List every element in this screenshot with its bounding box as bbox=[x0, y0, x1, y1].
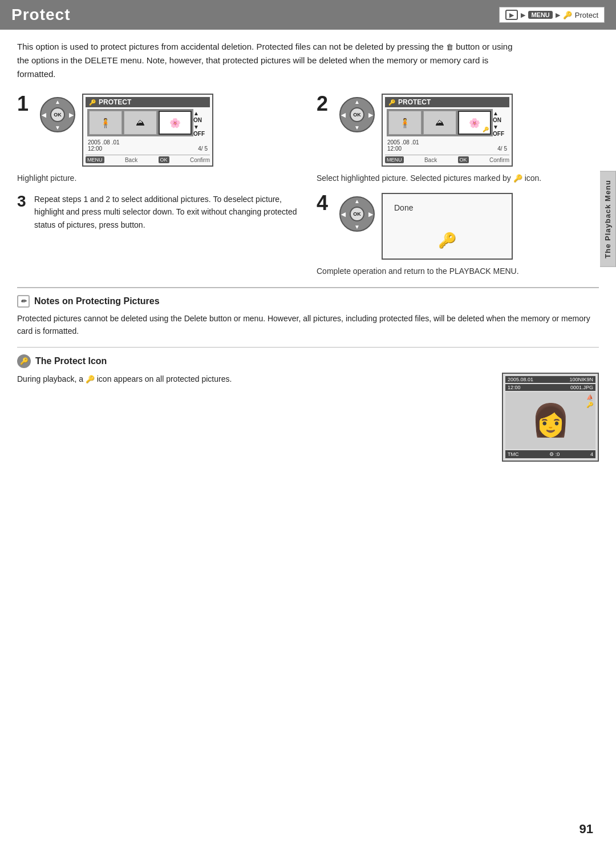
step1-info: 2005 .08 .01 12:00 4/ 5 bbox=[86, 138, 210, 153]
dpad4-left: ◀ bbox=[341, 211, 346, 217]
step1-content: ▲ ▼ ◀ ▶ OK 🔑 PROTECT bbox=[40, 94, 213, 167]
preview-second-bar: 12:00 0001.JPG bbox=[505, 384, 595, 391]
preview-icons: ⛵ 🔑 bbox=[586, 394, 593, 408]
protect-icon-header: 🔑 The Protect Icon bbox=[17, 354, 599, 368]
preview-protect-icon: 🔑 bbox=[586, 402, 593, 408]
step1-off: ▼ OFF bbox=[193, 124, 208, 138]
protect-icon-title: The Protect Icon bbox=[35, 356, 107, 366]
notes-header: ✏ Notes on Protecting Pictures bbox=[17, 295, 599, 308]
step2-info: 2005 .08 .01 12:00 4/ 5 bbox=[385, 138, 509, 153]
step1-on: ▲ ON bbox=[193, 110, 208, 124]
step3-number: 3 bbox=[17, 193, 30, 211]
step1-menu-icon: MENU bbox=[86, 156, 104, 163]
step2-screen-title: 🔑 PROTECT bbox=[385, 97, 509, 107]
header-bar: Protect ▶ ▶ MENU ▶ 🔑 Protect bbox=[0, 0, 616, 30]
dpad4-down: ▼ bbox=[354, 224, 360, 230]
sidebar-tab: The Playback Menu bbox=[600, 171, 616, 267]
dpad2: ▲ ▼ ◀ ▶ OK bbox=[339, 97, 375, 132]
thumb1-3: 🌸 bbox=[159, 111, 192, 135]
steps-grid-12: 1 ▲ ▼ ◀ ▶ OK 🔑 bbox=[17, 94, 599, 183]
step2-back: Back bbox=[424, 157, 437, 163]
step4-content: ▲ ▼ ◀ ▶ OK Done 🔑 bbox=[339, 193, 513, 260]
step4-block: 4 ▲ ▼ ◀ ▶ OK Done 🔑 bbox=[317, 193, 599, 276]
notes-title: Notes on Protecting Pictures bbox=[34, 296, 160, 306]
dpad2-ok: OK bbox=[350, 107, 364, 122]
preview-time: 12:00 bbox=[508, 385, 521, 390]
page-number: 91 bbox=[579, 822, 593, 837]
menu-label: MENU bbox=[528, 11, 552, 19]
dpad1-left: ◀ bbox=[42, 112, 46, 118]
page-title: Protect bbox=[11, 6, 70, 24]
step3-text: Repeat steps 1 and 2 to select additiona… bbox=[34, 193, 299, 231]
preview-image: 👩 ⛵ 🔑 bbox=[505, 392, 595, 449]
protect-icon-text: During playback, a 🔑 icon appears on all… bbox=[17, 373, 491, 386]
preview-figure: 👩 bbox=[531, 402, 570, 439]
preview-filename: 0001.JPG bbox=[570, 385, 593, 390]
thumb2-protect: 🔑 bbox=[483, 127, 489, 132]
dpad1-right: ▶ bbox=[69, 112, 74, 118]
step2-lock-icon: 🔑 bbox=[513, 174, 522, 183]
step1-confirm: Confirm bbox=[190, 157, 210, 163]
thumb1-2: ⛰ bbox=[124, 111, 157, 135]
thumb2-1: 🧍 bbox=[388, 111, 422, 135]
dpad1-down: ▼ bbox=[55, 124, 60, 131]
step2-thumbnails: 🧍 ⛰ 🌸 🔑 bbox=[387, 109, 493, 136]
dpad4: ▲ ▼ ◀ ▶ OK bbox=[339, 196, 375, 232]
dpad2-down: ▼ bbox=[354, 124, 360, 131]
preview-bottom-bar: TMC ⚙ :0 4 bbox=[505, 450, 595, 458]
step4-dpad: ▲ ▼ ◀ ▶ OK bbox=[339, 196, 375, 232]
breadcrumb-protect-text: Protect bbox=[575, 11, 598, 19]
step1-on-off: ▲ ON ▼ OFF bbox=[193, 110, 208, 138]
preview-date: 2005.08.01 bbox=[508, 377, 533, 382]
dpad4-ok: OK bbox=[350, 207, 364, 221]
dpad2-right: ▶ bbox=[368, 112, 373, 118]
step1-bottom-bar: MENU Back OK Confirm bbox=[86, 155, 210, 163]
protect-breadcrumb-icon: 🔑 bbox=[563, 11, 572, 19]
preview-center-info: ⚙ :0 bbox=[549, 451, 560, 457]
dpad2-left: ◀ bbox=[341, 112, 346, 118]
step1-screen: 🔑 PROTECT 🧍 ⛰ 🌸 ▲ ON ▼ OFF bbox=[82, 94, 213, 167]
dpad1-up: ▲ bbox=[55, 99, 60, 105]
step2-header: 2 ▲ ▼ ◀ ▶ OK 🔑 bbox=[317, 94, 599, 167]
protect-icon-row: During playback, a 🔑 icon appears on all… bbox=[17, 373, 599, 462]
preview-sailboat: ⛵ bbox=[586, 394, 593, 401]
step1-screen-title: 🔑 PROTECT bbox=[86, 97, 210, 107]
step2-on-off: ▲ ON ▼ OFF bbox=[493, 110, 508, 138]
step4-header: 4 ▲ ▼ ◀ ▶ OK Done 🔑 bbox=[317, 193, 599, 260]
step2-number: 2 bbox=[317, 94, 333, 114]
step3-header: 3 Repeat steps 1 and 2 to select additio… bbox=[17, 193, 299, 231]
step1-number: 1 bbox=[17, 94, 33, 114]
step2-on: ▲ ON bbox=[493, 110, 508, 124]
dpad4-up: ▲ bbox=[354, 198, 360, 204]
step2-off: ▼ OFF bbox=[493, 124, 508, 138]
step2-bottom-bar: MENU Back OK Confirm bbox=[385, 155, 509, 163]
breadcrumb-arrow1: ▶ bbox=[521, 11, 525, 19]
preview-right-info: 4 bbox=[590, 451, 593, 457]
step4-desc: Complete operation and return to the PLA… bbox=[317, 266, 599, 276]
step1-thumb-row: 🧍 ⛰ 🌸 ▲ ON ▼ OFF bbox=[86, 109, 210, 138]
step1-back: Back bbox=[125, 157, 137, 163]
breadcrumb: ▶ ▶ MENU ▶ 🔑 Protect bbox=[499, 7, 605, 23]
protect-icon-section: 🔑 The Protect Icon During playback, a 🔑 … bbox=[17, 347, 599, 462]
dpad4-right: ▶ bbox=[368, 211, 373, 217]
step1-dpad: ▲ ▼ ◀ ▶ OK bbox=[40, 97, 75, 132]
thumb1-1: 🧍 bbox=[89, 111, 122, 135]
steps-grid-34: 3 Repeat steps 1 and 2 to select additio… bbox=[17, 193, 599, 276]
step1-ok-icon: OK bbox=[159, 156, 169, 163]
step2-dpad: ▲ ▼ ◀ ▶ OK bbox=[339, 97, 375, 132]
notes-icon: ✏ bbox=[17, 295, 30, 308]
step2-block: 2 ▲ ▼ ◀ ▶ OK 🔑 bbox=[317, 94, 599, 183]
step1-header: 1 ▲ ▼ ◀ ▶ OK 🔑 bbox=[17, 94, 299, 167]
preview-file: 100NIK9N bbox=[569, 377, 593, 382]
step4-screen: Done 🔑 bbox=[382, 193, 513, 260]
preview-left-info: TMC bbox=[508, 451, 519, 457]
step4-number: 4 bbox=[317, 193, 333, 213]
step2-menu-icon: MENU bbox=[385, 156, 404, 163]
playback-icon: ▶ bbox=[505, 10, 518, 20]
thumb2-3: 🌸 🔑 bbox=[458, 111, 491, 135]
step1-thumbnails: 🧍 ⛰ 🌸 bbox=[87, 109, 193, 136]
step1-block: 1 ▲ ▼ ◀ ▶ OK 🔑 bbox=[17, 94, 299, 183]
step2-thumb-row: 🧍 ⛰ 🌸 🔑 ▲ ON ▼ OFF bbox=[385, 109, 509, 138]
intro-text: This option is used to protect pictures … bbox=[17, 40, 519, 81]
step2-screen: 🔑 PROTECT 🧍 ⛰ 🌸 🔑 bbox=[382, 94, 513, 167]
